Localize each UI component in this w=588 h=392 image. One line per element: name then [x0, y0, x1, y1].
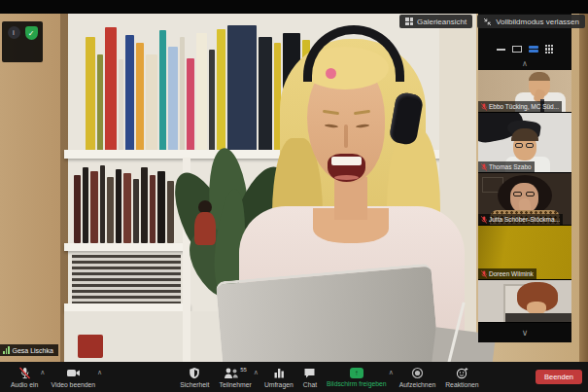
glasses	[526, 192, 535, 196]
red-book	[78, 335, 103, 358]
strip-view-icon[interactable]	[529, 46, 538, 53]
book-spine	[107, 177, 114, 243]
shelf-board	[64, 303, 190, 311]
person	[505, 313, 571, 322]
reactions-smiley-icon	[456, 367, 468, 379]
polls-label: Umfragen	[264, 381, 294, 388]
share-screen-icon: ↑	[350, 368, 363, 378]
participant-name: Doreen Wilmink	[489, 270, 534, 277]
participant-tile[interactable]	[478, 280, 571, 323]
muted-mic-icon	[481, 103, 487, 111]
book-spine	[209, 50, 215, 152]
video-button[interactable]: Video beenden	[46, 362, 100, 392]
share-screen-label: Bildschirm freigeben	[327, 380, 387, 387]
participant-name: Ebbo Tücking, MC Süd...	[489, 103, 559, 110]
wall-edge	[579, 14, 588, 362]
book-spine	[167, 181, 174, 243]
participant-name-tag: Ebbo Tücking, MC Süd...	[478, 101, 562, 112]
reactions-label: Reaktionen	[445, 381, 478, 388]
book-spine	[217, 29, 225, 152]
exit-fullscreen-button[interactable]: Vollbildmodus verlassen	[477, 15, 585, 28]
book-spine	[157, 171, 165, 243]
audio-level-icon	[3, 346, 10, 354]
participant-name-tag: Thomas Szabo	[478, 161, 535, 172]
book-spine	[97, 54, 103, 152]
chat-label: Chat	[303, 381, 317, 388]
participant-tile[interactable]: Ebbo Tücking, MC Süd...	[478, 70, 571, 113]
gallery-view-label: Galerieansicht	[417, 18, 467, 26]
video-options-chevron[interactable]: ∧	[97, 369, 102, 376]
window-top-bar	[0, 0, 588, 14]
chevron-up-icon[interactable]: ∧	[478, 60, 571, 68]
minimize-icon[interactable]	[497, 49, 505, 51]
exit-fullscreen-icon	[483, 18, 492, 26]
audio-button[interactable]: Audio ein	[6, 362, 43, 392]
speaker-name: Gesa Lischka	[13, 347, 53, 354]
end-meeting-button[interactable]: Beenden	[536, 370, 582, 384]
participants-icon	[224, 367, 239, 379]
book-row-top	[86, 19, 312, 152]
reactions-button[interactable]: Reaktionen	[440, 362, 483, 392]
participant-tile[interactable]: Doreen Wilmink	[478, 226, 571, 280]
person	[511, 128, 538, 141]
book-spine	[150, 175, 156, 243]
book-spine	[136, 43, 144, 152]
shield-icon	[189, 367, 200, 379]
participants-options-chevron[interactable]: ∧	[254, 369, 259, 376]
audio-label: Audio ein	[11, 381, 38, 388]
meeting-toolbar: Audio ein ∧ Video beenden ∧ Sicherheit	[0, 362, 588, 392]
person	[529, 72, 550, 81]
left-wall	[0, 14, 68, 362]
gallery-view-button[interactable]: Galerieansicht	[399, 15, 472, 28]
shelf-board	[64, 243, 190, 251]
participant-count: 55	[240, 367, 247, 373]
book-spine	[180, 37, 185, 152]
video-label: Video beenden	[51, 381, 95, 388]
book-spine	[83, 167, 88, 243]
speaker-view-icon[interactable]	[512, 46, 522, 53]
participant-tile[interactable]: Thomas Szabo	[478, 113, 571, 173]
audio-options-chevron[interactable]: ∧	[40, 369, 45, 376]
book-spine	[196, 33, 207, 152]
book-spine	[159, 30, 166, 152]
record-icon	[411, 367, 424, 379]
participant-tile[interactable]: Jutta Schöber-Stöckma...	[478, 173, 571, 226]
book-spine	[105, 27, 117, 152]
book-spine	[86, 37, 95, 152]
participants-label: Teilnehmer	[220, 381, 252, 388]
gallery-grid-icon[interactable]	[545, 45, 554, 53]
active-speaker-name-tag: Gesa Lischka	[0, 344, 58, 356]
meeting-info-icon[interactable]: i	[8, 26, 20, 39]
polls-button[interactable]: Umfragen	[259, 362, 298, 392]
record-button[interactable]: Aufzeichnen	[395, 362, 440, 392]
book-spine	[90, 171, 98, 243]
muted-mic-icon	[18, 367, 31, 379]
scroll-down-chevron[interactable]: ∨	[478, 323, 571, 342]
security-button[interactable]: Sicherheit	[175, 362, 214, 392]
video-camera-icon	[66, 367, 81, 379]
book-spine	[100, 165, 105, 243]
bar-chart-icon	[273, 367, 285, 379]
book-row-left	[74, 161, 176, 243]
book-spine	[119, 59, 123, 152]
book-spine	[125, 35, 134, 152]
share-screen-button[interactable]: ↑ Bildschirm freigeben	[322, 362, 392, 392]
participant-name: Thomas Szabo	[489, 163, 532, 170]
record-label: Aufzeichnen	[399, 381, 435, 388]
book-spine	[146, 54, 157, 152]
gallery-grid-icon	[405, 18, 413, 25]
encryption-shield-icon[interactable]: ✓	[25, 26, 38, 40]
participant-strip: ∧ Ebbo Tücking, MC Süd... Tho	[478, 14, 571, 342]
participant-name-tag: Doreen Wilmink	[478, 268, 536, 279]
book-spine	[141, 167, 148, 243]
muted-mic-icon	[481, 270, 487, 278]
chat-button[interactable]: Chat	[298, 362, 322, 392]
exit-fullscreen-label: Vollbildmodus verlassen	[496, 18, 579, 26]
participants-button[interactable]: 55 Teilnehmer	[215, 362, 257, 392]
security-label: Sicherheit	[180, 381, 209, 388]
glasses	[515, 143, 523, 148]
share-options-chevron[interactable]: ∧	[389, 369, 394, 376]
book-spine	[116, 169, 121, 243]
book-spine	[74, 175, 81, 243]
figurine	[194, 212, 216, 245]
